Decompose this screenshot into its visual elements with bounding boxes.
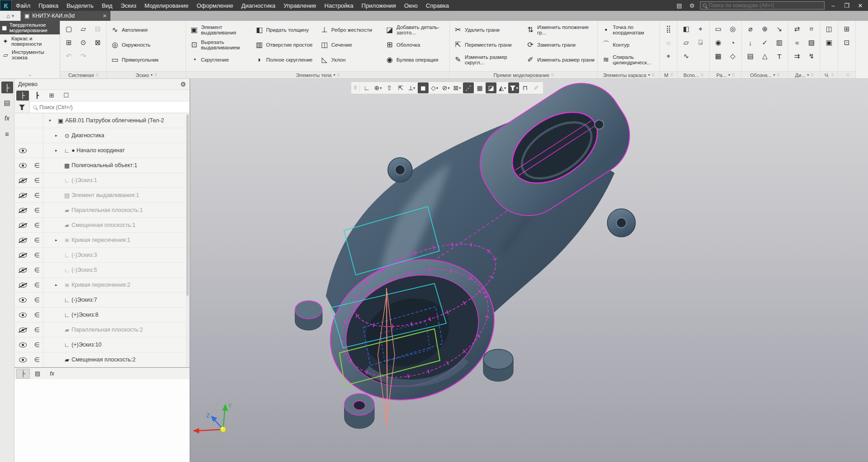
tree-row[interactable]: ∈▸≋Кривая пересечения:1 bbox=[14, 233, 190, 248]
eye-visible-icon[interactable] bbox=[19, 163, 27, 168]
tool-button[interactable]: ⌀ bbox=[744, 22, 757, 36]
eye-visible-icon[interactable] bbox=[19, 148, 27, 153]
settings-icon[interactable]: ⚙ bbox=[687, 2, 696, 9]
eye-hidden-icon[interactable] bbox=[19, 238, 27, 243]
section-view-button[interactable]: ◪ bbox=[486, 82, 496, 93]
group-grip[interactable]: ⠿ bbox=[95, 73, 98, 77]
resize-fillet-button[interactable]: ✎Изменить размер скругл... bbox=[452, 52, 523, 67]
menu-item-Справка[interactable]: Справка bbox=[422, 0, 453, 11]
mode-expander-icon[interactable]: ⌄ bbox=[0, 72, 60, 78]
chevron-down-icon[interactable]: ▾ bbox=[380, 86, 382, 90]
tool-button[interactable]: ◫ bbox=[822, 22, 836, 36]
boolean-operation-button[interactable]: ◉Булева операция bbox=[383, 52, 448, 67]
chevron-down-icon[interactable]: ▾ bbox=[459, 86, 461, 90]
thicken-button[interactable]: ◧Придать толщину bbox=[253, 22, 317, 37]
menu-item-Выделить[interactable]: Выделить bbox=[62, 0, 98, 11]
tool-button[interactable]: ⌖ bbox=[662, 49, 675, 63]
normal-to-button[interactable]: ⇧ bbox=[384, 82, 395, 93]
tool-button[interactable]: ⌗ bbox=[805, 22, 818, 36]
command-search[interactable] bbox=[700, 1, 825, 10]
tool-button[interactable]: ▧ bbox=[805, 36, 818, 49]
sketch-plane-button[interactable]: ∟ bbox=[361, 82, 372, 93]
group-grip[interactable]: ⠿ bbox=[831, 73, 834, 77]
eye-visible-icon[interactable] bbox=[19, 357, 27, 362]
move-component-button[interactable]: ⇱ bbox=[395, 82, 406, 93]
delete-faces-button[interactable]: ✂Удалить грани bbox=[452, 22, 523, 37]
group-grip[interactable]: ⠿ bbox=[551, 73, 554, 77]
menu-item-Правка[interactable]: Правка bbox=[34, 0, 62, 11]
group-grip[interactable]: ⠿ bbox=[846, 73, 849, 77]
tree-view-structure[interactable]: ├ bbox=[16, 91, 29, 101]
tool-button[interactable]: T bbox=[773, 49, 786, 63]
restore-button[interactable]: ❐ bbox=[842, 2, 852, 9]
circle-button[interactable]: ◎Окружность bbox=[109, 37, 184, 52]
group-grip[interactable]: ⠿ bbox=[777, 73, 780, 77]
full-fillet-button[interactable]: ◗Полное скругление bbox=[253, 52, 317, 67]
chevron-down-icon[interactable]: ▾ bbox=[448, 86, 449, 90]
tool-button[interactable]: ▣ bbox=[822, 36, 836, 49]
menu-item-Управление[interactable]: Управление bbox=[280, 0, 320, 11]
tool-button[interactable]: ✓ bbox=[758, 36, 772, 49]
minimize-button[interactable]: – bbox=[828, 2, 838, 9]
tool-button[interactable]: ◧ bbox=[679, 22, 693, 36]
3d-model[interactable] bbox=[190, 79, 868, 462]
tool-button[interactable]: ⇄ bbox=[790, 22, 804, 36]
viewport-3d[interactable]: ⠿∟⊕▾⇧⇱⟂▾◼◇▾⊘▾⊠▾⋰▦◪◭▾▾⊓✐ bbox=[190, 79, 868, 462]
parameters-tab[interactable]: ▤ bbox=[31, 369, 44, 379]
eye-hidden-icon[interactable] bbox=[19, 268, 27, 273]
tool-button[interactable]: ∿ bbox=[679, 49, 693, 63]
chevron-down-icon[interactable]: ▾ bbox=[807, 73, 809, 77]
tool-button[interactable]: ▦ bbox=[711, 49, 725, 63]
tree-row[interactable]: ∈▰Параллельная плоскость:1 bbox=[14, 203, 190, 218]
eye-hidden-icon[interactable] bbox=[19, 208, 27, 213]
tool-button[interactable]: ◌ bbox=[662, 36, 675, 49]
group-grip[interactable]: ⠿ bbox=[811, 73, 814, 77]
tree-relations[interactable]: ⊞ bbox=[45, 91, 58, 101]
open-document-button[interactable]: ▱ bbox=[76, 22, 90, 36]
home-button[interactable]: ⌂ ▾ bbox=[0, 11, 21, 21]
point-by-coordinates-button[interactable]: •Точка по координатам bbox=[600, 22, 658, 37]
tree-panel-toggle[interactable]: ├ bbox=[1, 82, 13, 93]
variables-tab[interactable]: fx bbox=[45, 369, 59, 379]
resize-face-button[interactable]: ✐Изменить размер грани bbox=[524, 52, 596, 67]
mode-Каркас и поверхности[interactable]: ✦Каркас и поверхности bbox=[0, 34, 60, 48]
tool-button[interactable]: ▥ bbox=[773, 36, 786, 49]
dimensions-display-button[interactable]: ⋰ bbox=[463, 82, 474, 93]
tool-button[interactable]: ▤ bbox=[744, 49, 757, 63]
mode-Твердотельное моделирование[interactable]: ◼Твердотельное моделирование bbox=[0, 21, 60, 34]
app-logo[interactable]: К bbox=[0, 0, 12, 11]
contour-button[interactable]: ⌒Контур bbox=[600, 37, 658, 52]
tree-row[interactable]: ∈▤Элемент выдавливания:1 bbox=[14, 188, 190, 203]
tree-scrollbar[interactable] bbox=[186, 114, 189, 367]
eye-hidden-icon[interactable] bbox=[19, 193, 27, 198]
panels-menu[interactable]: ≡ bbox=[1, 128, 13, 140]
extrude-element-button[interactable]: ▣Элемент выдавливания bbox=[188, 22, 252, 37]
tool-button[interactable]: ◎ bbox=[726, 22, 739, 36]
menu-item-Файл[interactable]: Файл bbox=[12, 0, 34, 11]
tool-button[interactable]: ⌖ bbox=[694, 22, 707, 36]
wireframe-display-button[interactable]: ◇▾ bbox=[429, 82, 440, 93]
tree-search-field[interactable] bbox=[30, 101, 190, 113]
autoline-button[interactable]: ∿Автолиния bbox=[109, 22, 184, 37]
tree-row[interactable]: ∈▰Смещенная плоскость:1 bbox=[14, 218, 190, 233]
scrollbar-thumb[interactable] bbox=[186, 115, 189, 296]
tool-button[interactable]: ▭ bbox=[711, 22, 725, 36]
tree-row[interactable]: ▾▣АБВ.01 Патрубок облегченный (Тел-2 bbox=[14, 113, 190, 128]
tree-row[interactable]: ∈∟(-)Эскиз:5 bbox=[14, 263, 190, 278]
group-grip[interactable]: ⠿ bbox=[154, 73, 157, 77]
menu-item-Окно[interactable]: Окно bbox=[400, 0, 422, 11]
chevron-down-icon[interactable]: ▾ bbox=[334, 73, 335, 77]
rectangle-button[interactable]: ▭Прямоугольник bbox=[109, 52, 184, 67]
filter-button[interactable]: ▾ bbox=[508, 82, 519, 93]
cylindrical-helix-button[interactable]: ≋Спираль цилиндрическ... bbox=[600, 52, 658, 67]
menu-item-Настройка[interactable]: Настройка bbox=[320, 0, 358, 11]
tree-expand-arrow[interactable]: ▸ bbox=[55, 148, 62, 153]
tab-close-icon[interactable]: ✕ bbox=[103, 13, 107, 19]
tree-area-select[interactable]: ☐ bbox=[60, 91, 72, 101]
move-faces-button[interactable]: ⇱Переместить грани bbox=[452, 37, 523, 52]
variables-panel-toggle[interactable]: fx bbox=[1, 112, 13, 124]
chevron-down-icon[interactable]: ▾ bbox=[413, 86, 415, 90]
tree-expand-arrow[interactable]: ▾ bbox=[49, 118, 56, 123]
tool-button[interactable]: ⍈ bbox=[694, 36, 707, 49]
mode-Инструменты эскиза[interactable]: ▱Инструменты эскиза bbox=[0, 48, 60, 62]
